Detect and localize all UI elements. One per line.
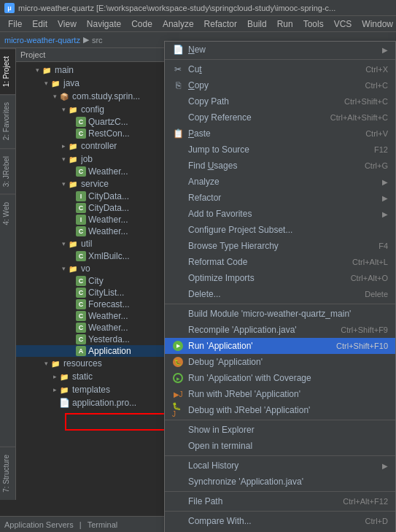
sidebar-tab-project[interactable]: 1: Project [0,48,15,94]
ctx-debug-application[interactable]: 🐛 Debug 'Application' [165,354,395,370]
status-app-servers[interactable]: Application Servers [4,520,74,529]
ctx-buildmodule[interactable]: Build Module 'micro-weather-quartz_main' [165,306,395,322]
sidebar-tab-web[interactable]: 4: Web [0,194,15,233]
menu-code[interactable]: Code [126,18,158,31]
ctx-openinterminal[interactable]: Open in terminal [165,438,395,454]
tree-item-templates[interactable]: ▸ 📁 templates [16,383,174,396]
tree-item-citydata2[interactable]: ▸ C CityData... [16,202,174,214]
ctx-delete[interactable]: Delete... Delete [165,286,395,302]
tree-item-city[interactable]: ▸ C City [16,275,174,287]
menu-vcs[interactable]: VCS [329,18,357,31]
tree-item-citydata1[interactable]: ▸ I CityData... [16,190,174,202]
tree-item-com[interactable]: ▾ 📦 com.study.sprin... [16,90,174,103]
sidebar-tab-structure[interactable]: 7: Structure [0,447,15,500]
status-terminal[interactable]: Terminal [88,520,118,529]
menu-build[interactable]: Build [242,18,272,31]
tree-label: Weather... [88,215,128,225]
sidebar-tab-favorites[interactable]: 2: Favorites [0,94,15,147]
ctx-jumptosource[interactable]: Jump to Source F12 [165,142,395,158]
jrebel-run-icon: ▶J [172,388,184,400]
tree-item-service[interactable]: ▾ 📁 service [16,177,174,190]
menu-navigate[interactable]: Navigate [82,18,126,31]
menu-file[interactable]: File [3,18,27,31]
ctx-label: Local History [188,460,378,471]
tree-item-restcon[interactable]: ▸ C RestCon... [16,128,174,139]
ctx-analyze[interactable]: Analyze ▶ [165,174,395,190]
ctx-recompile[interactable]: Recompile 'Application.java' Ctrl+Shift+… [165,322,395,338]
tree-title: Project [20,50,45,59]
tree-item-citylist[interactable]: ▸ C CityList... [16,287,174,298]
ctx-run-jrebel[interactable]: ▶J Run with JRebel 'Application' [165,386,395,402]
tree-item-yesterday[interactable]: ▸ C Yesterda... [16,334,174,345]
submenu-arrow: ▶ [382,194,388,202]
menu-window[interactable]: Window [357,18,396,31]
breadcrumb-project[interactable]: micro-weather-quartz [4,36,80,45]
submenu-arrow: ▶ [382,178,388,186]
tree-item-static[interactable]: ▸ 📁 static [16,370,174,383]
ctx-label: Synchronize 'Application.java' [188,477,388,487]
folder-icon: 📁 [67,263,79,274]
ctx-shortcut: Ctrl+Alt+F12 [343,497,388,506]
ctx-showinexplorer[interactable]: Show in Explorer [165,422,395,438]
menu-analyze[interactable]: Analyze [158,18,199,31]
tree-item-vo[interactable]: ▾ 📁 vo [16,262,174,275]
tree-item-resources[interactable]: ▾ 📁 resources [16,357,174,370]
tree-label: RestCon... [88,128,130,139]
blank-icon [172,256,184,268]
blank-icon [172,160,184,171]
ctx-comparetoeditor[interactable]: Compare File with Editor [165,529,395,532]
ctx-shortcut: Ctrl+Shift+C [344,97,388,106]
ctx-comparewith[interactable]: Compare With... Ctrl+D [165,513,395,529]
ctx-new[interactable]: 📄 New ▶ [165,42,395,58]
ctx-paste[interactable]: 📋 Paste Ctrl+V [165,126,395,142]
breadcrumb-src[interactable]: src [92,36,103,45]
submenu-arrow: ▶ [382,210,388,218]
ctx-copypath[interactable]: Copy Path Ctrl+Shift+C [165,93,395,109]
ctx-copy[interactable]: ⎘ Copy Ctrl+C [165,77,395,93]
ctx-configsubset[interactable]: Configure Project Subset... [165,222,395,238]
blank-icon [172,308,184,320]
tree-item-application[interactable]: ▸ A Application [16,345,174,357]
class-icon: C [76,128,86,139]
ctx-filepath[interactable]: File Path Ctrl+Alt+F12 [165,493,395,509]
tree-item-weather1[interactable]: ▸ C Weather... [16,166,174,177]
ctx-refactor[interactable]: Refactor ▶ [165,190,395,206]
ctx-synchronize[interactable]: Synchronize 'Application.java' [165,474,395,490]
paste-icon: 📋 [172,128,184,139]
tree-item-weather3[interactable]: ▸ C Weather... [16,225,174,237]
tree-item-weather2[interactable]: ▸ I Weather... [16,214,174,225]
ctx-localhistory[interactable]: Local History ▶ [165,458,395,474]
tree-item-java[interactable]: ▾ 📁 java [16,77,174,90]
sidebar-tab-jrebel[interactable]: 3: JRebel [0,148,15,194]
menu-run[interactable]: Run [272,18,298,31]
tree-item-job[interactable]: ▾ 📁 job [16,153,174,166]
tree-item-appprops[interactable]: ▸ 📄 application.pro... [16,396,174,409]
blank-icon [172,324,184,336]
menu-refactor[interactable]: Refactor [199,18,242,31]
ctx-reformatcode[interactable]: Reformat Code Ctrl+Alt+L [165,254,395,270]
menu-view[interactable]: View [53,18,82,31]
menu-tools[interactable]: Tools [298,18,329,31]
tree-item-main[interactable]: ▾ 📁 main [16,63,174,77]
ctx-optimizeimports[interactable]: Optimize Imports Ctrl+Alt+O [165,270,395,286]
tree-item-weather4[interactable]: ▸ C Weather... [16,310,174,322]
menu-edit[interactable]: Edit [27,18,53,31]
ctx-run-application[interactable]: Run 'Application' Ctrl+Shift+F10 [165,338,395,354]
tree-item-util[interactable]: ▾ 📁 util [16,237,174,250]
ctx-addtofav[interactable]: Add to Favorites ▶ [165,206,395,222]
tree-label: vo [81,263,90,274]
tree-item-quartzc[interactable]: ▸ C QuartzC... [16,116,174,128]
ctx-browsehierarchy[interactable]: Browse Type Hierarchy F4 [165,238,395,254]
ctx-debug-jrebel[interactable]: 🐛J Debug with JRebel 'Application' [165,402,395,418]
title-text: micro-weather-quartz [E:\workspace\works… [18,4,335,12]
ctx-findusages[interactable]: Find Usages Ctrl+G [165,158,395,174]
tree-item-weather5[interactable]: ▸ C Weather... [16,322,174,334]
tree-item-config[interactable]: ▾ 📁 config [16,103,174,116]
ctx-cut[interactable]: ✂ Cut Ctrl+X [165,61,395,77]
tree-item-forecast[interactable]: ▸ C Forecast... [16,298,174,310]
tree-item-xmlbuild[interactable]: ▸ C XmlBuilc... [16,250,174,262]
ctx-copyref[interactable]: Copy Reference Ctrl+Alt+Shift+C [165,109,395,126]
ctx-run-coverage[interactable]: Run 'Application' with Coverage [165,370,395,386]
class-icon: C [76,166,86,177]
tree-item-controller[interactable]: ▸ 📁 controller [16,139,174,153]
